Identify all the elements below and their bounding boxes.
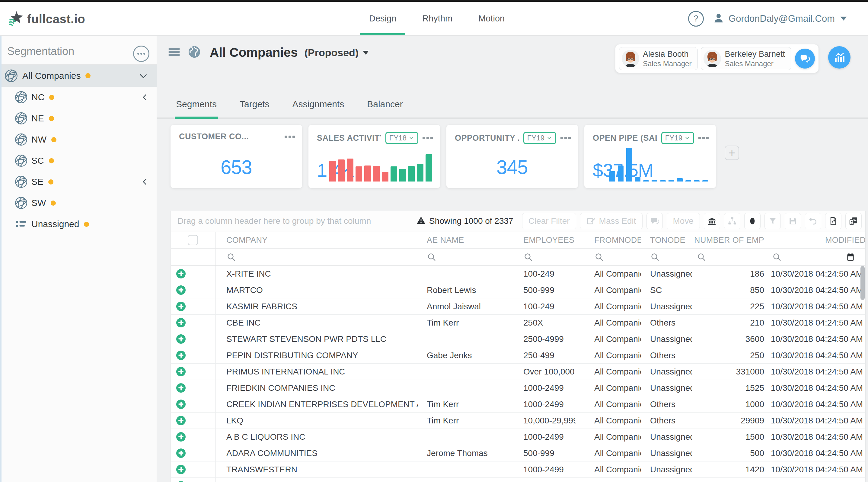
select-all-checkbox[interactable] — [188, 235, 198, 245]
plan-status-select[interactable]: (Proposed) — [305, 47, 369, 59]
move-button[interactable]: Move — [667, 213, 700, 229]
sidebar-item-nc[interactable]: NC — [0, 87, 157, 108]
search-filter-number[interactable] — [692, 248, 768, 266]
menu-hamburger-icon[interactable] — [167, 45, 181, 60]
sidebar-item-sc[interactable]: SC — [0, 150, 157, 171]
table-row[interactable]: ADARA COMMUNITIESJerome Thomas500-999All… — [171, 445, 866, 461]
mass-edit-button[interactable]: Mass Edit — [580, 213, 643, 229]
manager-chip[interactable]: Berkeley BarnettSales Manager — [701, 47, 791, 70]
sidebar-item-unassigned[interactable]: Unassigned — [0, 213, 157, 235]
status-dot — [85, 73, 91, 78]
clear-filter-button[interactable]: Clear Filter — [522, 213, 576, 229]
table-row[interactable]: X-RITE INC100-249All CompaniesUnassigned… — [171, 266, 866, 282]
table-row[interactable]: A B C LIQUORS INC1000-2499All CompaniesU… — [171, 429, 866, 445]
add-row-action-icon[interactable] — [176, 399, 186, 409]
fiscal-year-select[interactable]: FY19 — [661, 132, 694, 144]
column-header-tonode[interactable]: TONODE — [641, 232, 692, 248]
sidebar-item-se[interactable]: SE — [0, 171, 157, 192]
column-header-company[interactable]: COMPANY — [216, 232, 418, 248]
add-row-action-icon[interactable] — [176, 432, 186, 442]
hierarchy-button[interactable] — [724, 213, 740, 229]
table-row[interactable]: VITA MIX1000-2499All CompaniesUnassigned… — [171, 478, 866, 482]
tab-targets[interactable]: Targets — [240, 91, 269, 118]
card-menu-icon[interactable] — [699, 137, 709, 139]
add-row-action-icon[interactable] — [176, 449, 186, 458]
table-row[interactable]: LKQTim Kerr10,000-29,999All CompaniesOth… — [171, 413, 866, 429]
add-row-action-icon[interactable] — [176, 285, 186, 295]
search-filter-tonode[interactable] — [641, 248, 692, 266]
copy-columns-button[interactable] — [845, 213, 862, 229]
nav-tab-rhythm[interactable]: Rhythm — [420, 2, 455, 35]
chevron-left-icon[interactable] — [140, 93, 149, 102]
table-row[interactable]: CBE INCTim Kerr250XAll CompaniesOthers21… — [171, 315, 866, 331]
user-menu[interactable]: GordonDaly@Gmail.Com — [713, 12, 847, 25]
search-filter-employees[interactable] — [505, 248, 576, 266]
add-row-action-icon[interactable] — [176, 269, 186, 278]
search-filter-ae[interactable] — [418, 248, 505, 266]
search-filter-modified[interactable] — [768, 248, 866, 266]
sidebar-item-ne[interactable]: NE — [0, 108, 157, 129]
add-row-action-icon[interactable] — [176, 351, 186, 360]
scrollbar-thumb[interactable] — [861, 266, 865, 300]
sidebar-item-sw[interactable]: SW — [0, 192, 157, 213]
file-export-button[interactable] — [825, 213, 841, 229]
save-button[interactable] — [785, 213, 801, 229]
column-header-number[interactable]: NUMBER OF EMP — [692, 232, 768, 248]
cell-fromnode: All Companies — [576, 413, 641, 428]
user-email: GordonDaly@Gmail.Com — [728, 13, 835, 24]
add-row-action-icon[interactable] — [176, 465, 186, 474]
table-row[interactable]: STEWART STEVENSON PWR PDTS LLC2500-4999A… — [171, 331, 866, 347]
table-row[interactable]: FRIEDKIN COMPANIES INC1000-2499All Compa… — [171, 380, 866, 396]
add-row-action-icon[interactable] — [176, 481, 186, 482]
table-row[interactable]: CREEK INDIAN ENTERPRISES DEVELOPMENT AUT… — [171, 396, 866, 413]
sidebar-item-nw[interactable]: NW — [0, 129, 157, 150]
card-menu-icon[interactable] — [560, 137, 571, 139]
table-row[interactable]: PRIMUS INTERNATIONAL INCOver 100,000All … — [171, 364, 866, 380]
manager-chip[interactable]: Alesia BoothSales Manager — [619, 47, 698, 70]
column-header-ae[interactable]: AE NAME — [418, 232, 505, 248]
tab-balancer[interactable]: Balancer — [367, 91, 403, 118]
funnel-button[interactable] — [765, 213, 781, 229]
tab-assignments[interactable]: Assignments — [292, 91, 344, 118]
comments-button[interactable] — [795, 49, 815, 68]
add-widget-button[interactable]: + — [725, 146, 739, 160]
card-menu-icon[interactable] — [285, 135, 295, 138]
nav-tab-design[interactable]: Design — [367, 2, 399, 35]
nav-tab-motion[interactable]: Motion — [476, 2, 507, 35]
analytics-button[interactable] — [828, 46, 850, 68]
table-row[interactable]: MARTCORobert Lewis500-999All CompaniesSC… — [171, 282, 866, 298]
sidebar-menu-button[interactable] — [133, 46, 149, 62]
status-dot — [49, 95, 54, 100]
grid-header-row: COMPANYAE NAMEEMPLOYEESFROMNODETONODENUM… — [171, 232, 866, 248]
help-button[interactable]: ? — [688, 11, 704, 27]
ellipse-button[interactable] — [744, 213, 761, 229]
globe-icon — [14, 91, 28, 104]
tab-segments[interactable]: Segments — [176, 91, 217, 118]
calendar-icon[interactable] — [846, 252, 855, 262]
column-header-modified[interactable]: MODIFIED — [768, 232, 866, 248]
search-filter-fromnode[interactable] — [576, 248, 641, 266]
chevron-down-icon[interactable] — [138, 70, 149, 81]
column-header-employees[interactable]: EMPLOYEES — [505, 232, 576, 248]
add-row-action-icon[interactable] — [176, 416, 186, 425]
add-row-action-icon[interactable] — [176, 318, 186, 327]
undo-button[interactable] — [805, 213, 821, 229]
add-row-action-icon[interactable] — [176, 383, 186, 393]
column-header-fromnode[interactable]: FROMNODE — [576, 232, 641, 248]
bank-button[interactable] — [704, 213, 720, 229]
table-row[interactable]: TRANSWESTERN1000-2499All CompaniesUnassi… — [171, 461, 866, 478]
table-row[interactable]: KASMIR FABRICSAnmol Jaiswal100-249All Co… — [171, 298, 866, 315]
cell-modified: 10/30/2018 04:24:50 AM — [768, 380, 866, 396]
table-row[interactable]: PEPIN DISTRIBUTING COMPANYGabe Jenks250-… — [171, 347, 866, 364]
chat-button[interactable] — [647, 213, 663, 229]
fiscal-year-select[interactable]: FY19 — [523, 132, 556, 144]
add-row-action-icon[interactable] — [176, 367, 186, 376]
sidebar-item-all-companies[interactable]: All Companies — [0, 64, 157, 87]
add-row-action-icon[interactable] — [176, 334, 186, 344]
card-menu-icon[interactable] — [423, 137, 433, 139]
chevron-left-icon[interactable] — [140, 177, 149, 186]
add-row-action-icon[interactable] — [176, 302, 186, 311]
search-filter-company[interactable] — [216, 248, 418, 266]
logo[interactable]: fullcast.io — [8, 9, 85, 29]
fiscal-year-select[interactable]: FY18 — [385, 132, 418, 144]
